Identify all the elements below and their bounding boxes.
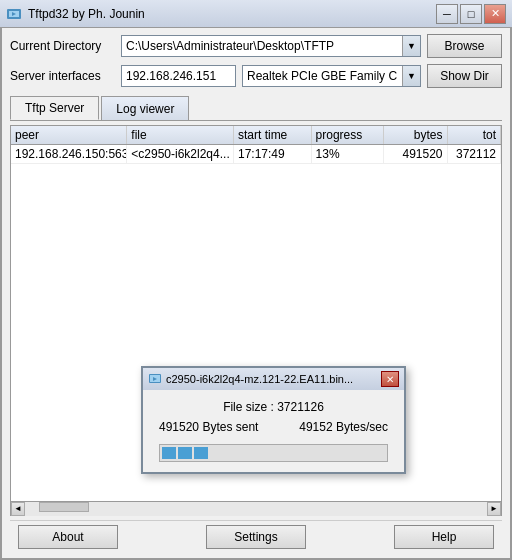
popup-bytes-per-sec: 49152 Bytes/sec bbox=[299, 420, 388, 434]
scroll-thumb[interactable] bbox=[39, 502, 89, 512]
popup-title-bar: c2950-i6k2l2q4-mz.121-22.EA11.bin... ✕ bbox=[143, 368, 404, 390]
col-file-header: file bbox=[127, 126, 234, 144]
about-button[interactable]: About bbox=[18, 525, 118, 549]
bottom-bar: About Settings Help bbox=[10, 520, 502, 552]
popup-filesize-label: File size : 3721126 bbox=[223, 400, 324, 414]
show-dir-button[interactable]: Show Dir bbox=[427, 64, 502, 88]
col-start-header: start time bbox=[234, 126, 312, 144]
server-interfaces-row: Server interfaces 192.168.246.151 Realte… bbox=[10, 64, 502, 88]
current-directory-row: Current Directory C:\Users\Administrateu… bbox=[10, 34, 502, 58]
help-button[interactable]: Help bbox=[394, 525, 494, 549]
popup-filesize-row: File size : 3721126 bbox=[159, 400, 388, 414]
cell-peer: 192.168.246.150:56391 bbox=[11, 145, 127, 163]
cell-start-time: 17:17:49 bbox=[234, 145, 312, 163]
tab-bar: Tftp Server Log viewer bbox=[10, 96, 502, 121]
popup-stats-row: 491520 Bytes sent 49152 Bytes/sec bbox=[159, 420, 388, 434]
current-directory-value: C:\Users\Administrateur\Desktop\TFTP bbox=[122, 35, 402, 57]
adapter-dropdown[interactable]: Realtek PCIe GBE Family C ▼ bbox=[242, 65, 421, 87]
server-ip: 192.168.246.151 bbox=[121, 65, 236, 87]
table-row: 192.168.246.150:56391 <c2950-i6k2l2q4...… bbox=[11, 145, 501, 164]
close-button[interactable]: ✕ bbox=[484, 4, 506, 24]
table-header: peer file start time progress bytes tot bbox=[11, 126, 501, 145]
table-content-area: peer file start time progress bytes tot bbox=[10, 125, 502, 516]
current-directory-arrow[interactable]: ▼ bbox=[402, 36, 420, 56]
tab-log-viewer[interactable]: Log viewer bbox=[101, 96, 189, 120]
popup-bytes-sent: 491520 Bytes sent bbox=[159, 420, 258, 434]
cell-file: <c2950-i6k2l2q4... bbox=[127, 145, 234, 163]
popup-title-left: c2950-i6k2l2q4-mz.121-22.EA11.bin... bbox=[148, 372, 353, 386]
col-progress-header: progress bbox=[312, 126, 385, 144]
cell-tot: 372112 bbox=[448, 145, 501, 163]
popup-progress-bar bbox=[159, 444, 388, 462]
title-bar: Tftpd32 by Ph. Jounin ─ □ ✕ bbox=[0, 0, 512, 28]
progress-block-3 bbox=[194, 447, 208, 459]
browse-button[interactable]: Browse bbox=[427, 34, 502, 58]
scroll-track[interactable] bbox=[25, 502, 487, 516]
popup-close-button[interactable]: ✕ bbox=[381, 371, 399, 387]
progress-block-1 bbox=[162, 447, 176, 459]
title-bar-left: Tftpd32 by Ph. Jounin bbox=[6, 6, 145, 22]
current-directory-dropdown[interactable]: C:\Users\Administrateur\Desktop\TFTP ▼ bbox=[121, 35, 421, 57]
cell-progress: 13% bbox=[312, 145, 385, 163]
popup-dialog: c2950-i6k2l2q4-mz.121-22.EA11.bin... ✕ F… bbox=[141, 366, 406, 474]
cell-bytes: 491520 bbox=[384, 145, 447, 163]
current-directory-label: Current Directory bbox=[10, 39, 115, 53]
popup-overlay: c2950-i6k2l2q4-mz.121-22.EA11.bin... ✕ F… bbox=[11, 126, 501, 501]
main-window: Current Directory C:\Users\Administrateu… bbox=[0, 28, 512, 560]
app-icon bbox=[6, 6, 22, 22]
popup-body: File size : 3721126 491520 Bytes sent 49… bbox=[143, 390, 404, 472]
col-peer-header: peer bbox=[11, 126, 127, 144]
maximize-button[interactable]: □ bbox=[460, 4, 482, 24]
adapter-arrow[interactable]: ▼ bbox=[402, 66, 420, 86]
popup-icon bbox=[148, 372, 162, 386]
server-interfaces-label: Server interfaces bbox=[10, 69, 115, 83]
horizontal-scrollbar[interactable]: ◄ ► bbox=[10, 502, 502, 516]
scroll-left-button[interactable]: ◄ bbox=[11, 502, 25, 516]
scroll-right-button[interactable]: ► bbox=[487, 502, 501, 516]
tab-tftp-server[interactable]: Tftp Server bbox=[10, 96, 99, 120]
progress-block-2 bbox=[178, 447, 192, 459]
title-controls: ─ □ ✕ bbox=[436, 4, 506, 24]
title-text: Tftpd32 by Ph. Jounin bbox=[28, 7, 145, 21]
minimize-button[interactable]: ─ bbox=[436, 4, 458, 24]
col-bytes-header: bytes bbox=[384, 126, 447, 144]
table-container: peer file start time progress bytes tot bbox=[10, 125, 502, 502]
col-tot-header: tot bbox=[448, 126, 501, 144]
settings-button[interactable]: Settings bbox=[206, 525, 306, 549]
adapter-name: Realtek PCIe GBE Family C bbox=[243, 69, 402, 83]
popup-title-text: c2950-i6k2l2q4-mz.121-22.EA11.bin... bbox=[166, 373, 353, 385]
